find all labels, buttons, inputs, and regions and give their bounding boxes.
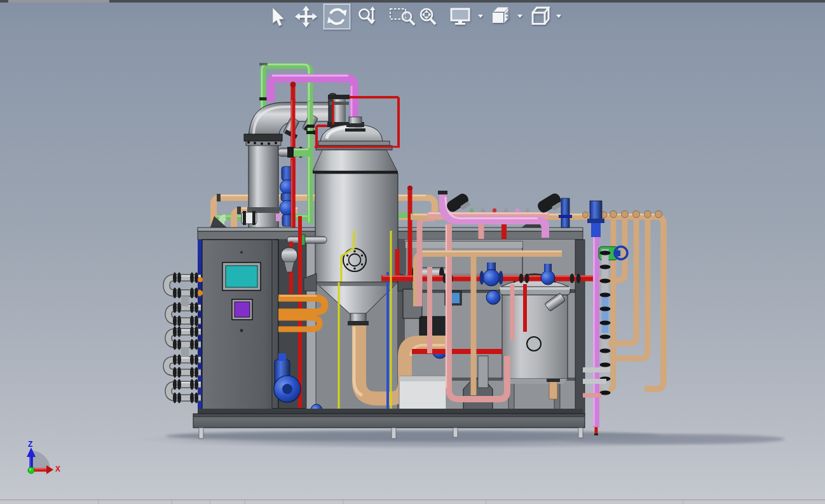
- svg-text:Z: Z: [28, 440, 32, 449]
- svg-text:X: X: [55, 465, 60, 473]
